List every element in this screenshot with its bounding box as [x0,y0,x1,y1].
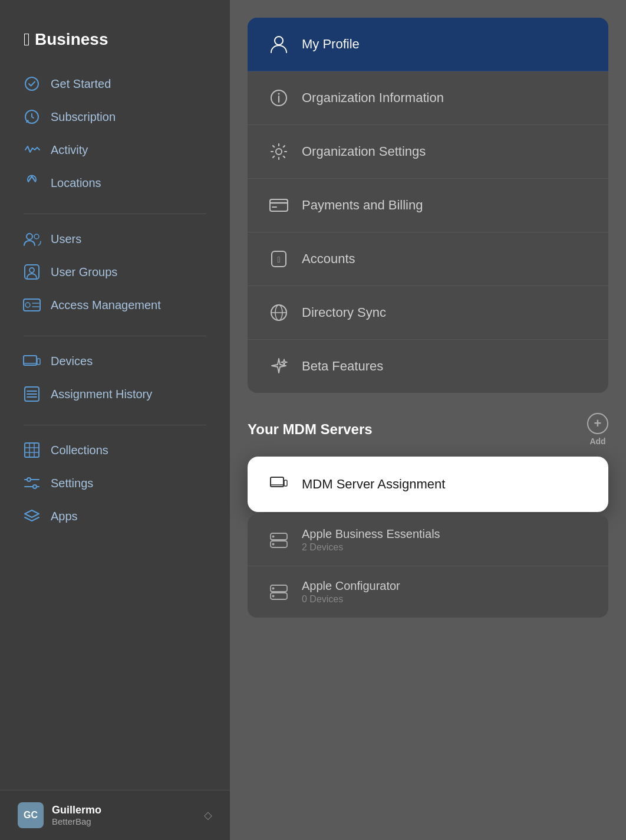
sidebar-item-activity[interactable]: Activity [0,133,230,166]
sidebar-item-locations[interactable]: Locations [0,166,230,199]
credit-card-icon [269,195,289,215]
sidebar-item-label: Get Started [51,77,111,91]
svg-rect-44 [284,480,287,486]
apple-account-icon:  [269,249,289,269]
sidebar-item-settings[interactable]: Settings [0,467,230,500]
beta-features-item[interactable]: Beta Features [248,340,608,393]
sidebar-item-subscription[interactable]: Subscription [0,100,230,133]
svg-point-26 [27,478,31,481]
sidebar-footer[interactable]: GC Guillermo BetterBag ◇ [0,790,230,840]
sparkle-icon [269,356,289,376]
beta-features-label: Beta Features [302,359,383,374]
sliders-icon [24,475,40,491]
svg-point-5 [34,234,39,239]
svg-rect-14 [37,359,40,365]
org-settings-label: Organization Settings [302,144,426,159]
my-profile-item[interactable]: My Profile [248,18,608,71]
sidebar-item-apps[interactable]: Apps [0,500,230,533]
apple-essentials-info: Apple Business Essentials 2 Devices [302,527,440,553]
apple-configurator-count: 0 Devices [302,594,400,605]
sidebar-item-devices[interactable]: Devices [0,344,230,378]
svg-marker-28 [25,510,39,517]
id-card-icon [24,297,40,313]
devices-icon [24,353,40,369]
logo:  Business [24,29,206,50]
sidebar-item-label: Collections [51,444,108,457]
add-label: Add [589,437,605,446]
sidebar-item-label: Activity [51,143,88,157]
apple-configurator-server[interactable]: Apple Configurator 0 Devices [248,566,608,618]
user-info: Guillermo BetterBag [52,804,196,826]
add-mdm-button[interactable]: + Add [587,413,608,446]
clock-arrow-icon [24,109,40,125]
directory-sync-item[interactable]: Directory Sync [248,286,608,340]
accounts-label: Accounts [302,251,355,267]
mdm-assignment-card[interactable]: MDM Server Assignment [248,457,608,512]
apple-essentials-count: 2 Devices [302,542,440,553]
org-label: BetterBag [52,816,196,826]
sidebar-section-2: Users User Groups Access Ma [0,222,230,321]
device-monitor-icon [269,474,289,494]
username-label: Guillermo [52,804,196,816]
sidebar-item-label: Apps [51,510,78,523]
divider-3 [24,425,206,425]
gear-icon [269,142,289,162]
svg-point-33 [276,149,282,155]
sidebar-item-label: Settings [51,477,93,490]
svg-point-9 [25,303,30,307]
my-profile-label: My Profile [302,37,360,52]
sidebar:  Business Get Started [0,0,230,840]
user-groups-icon [24,264,40,280]
payments-label: Payments and Billing [302,198,423,213]
avatar: GC [18,802,44,828]
divider-2 [24,336,206,336]
sidebar-item-label: User Groups [51,265,117,279]
sidebar-item-collections[interactable]: Collections [0,434,230,467]
mdm-section-title: Your MDM Servers + Add [248,413,608,446]
sidebar-item-label: Users [51,232,81,246]
svg-point-27 [33,485,37,488]
apple-essentials-server[interactable]: Apple Business Essentials 2 Devices [248,514,608,566]
svg-point-52 [272,595,275,597]
list-icon [24,386,40,402]
activity-icon [24,142,40,158]
layers-circle-icon [269,303,289,323]
org-info-item[interactable]: Organization Information [248,71,608,125]
sidebar-item-user-groups[interactable]: User Groups [0,255,230,288]
sidebar-section-1: Get Started Subscription Activity [0,67,230,199]
apple-configurator-name: Apple Configurator [302,579,400,593]
accounts-item[interactable]:  Accounts [248,232,608,286]
checkmark-circle-icon [24,76,40,92]
svg-point-48 [272,543,275,545]
svg-rect-34 [270,199,288,211]
chevron-icon: ◇ [204,809,212,822]
sidebar-item-label: Devices [51,355,93,368]
add-circle-icon: + [587,413,608,434]
info-circle-icon [269,88,289,108]
payments-item[interactable]: Payments and Billing [248,179,608,232]
server-icon [269,530,289,550]
sidebar-section-4: Collections Settings Apps [0,434,230,533]
logo-area:  Business [0,24,230,67]
svg-point-7 [29,268,34,273]
sidebar-item-users[interactable]: Users [0,222,230,255]
layers-icon [24,508,40,524]
sidebar-item-get-started[interactable]: Get Started [0,67,230,100]
server-icon-2 [269,582,289,602]
sidebar-item-label: Locations [51,176,101,190]
mdm-servers-panel: Apple Business Essentials 2 Devices Appl… [248,514,608,618]
main-panel: My Profile Organization Information O [230,0,626,840]
person-icon [269,34,289,54]
sidebar-item-assignment-history[interactable]: Assignment History [0,378,230,411]
svg-point-4 [27,234,32,239]
location-icon [24,175,40,191]
apple-essentials-name: Apple Business Essentials [302,527,440,541]
svg-rect-8 [24,299,40,311]
org-settings-item[interactable]: Organization Settings [248,125,608,179]
sidebar-item-access-management[interactable]: Access Management [0,288,230,321]
sidebar-section-3: Devices Assignment History [0,344,230,411]
svg-point-29 [275,37,283,45]
apple-logo-icon:  [24,29,30,50]
mdm-assignment-label: MDM Server Assignment [302,477,445,492]
directory-sync-label: Directory Sync [302,305,386,320]
